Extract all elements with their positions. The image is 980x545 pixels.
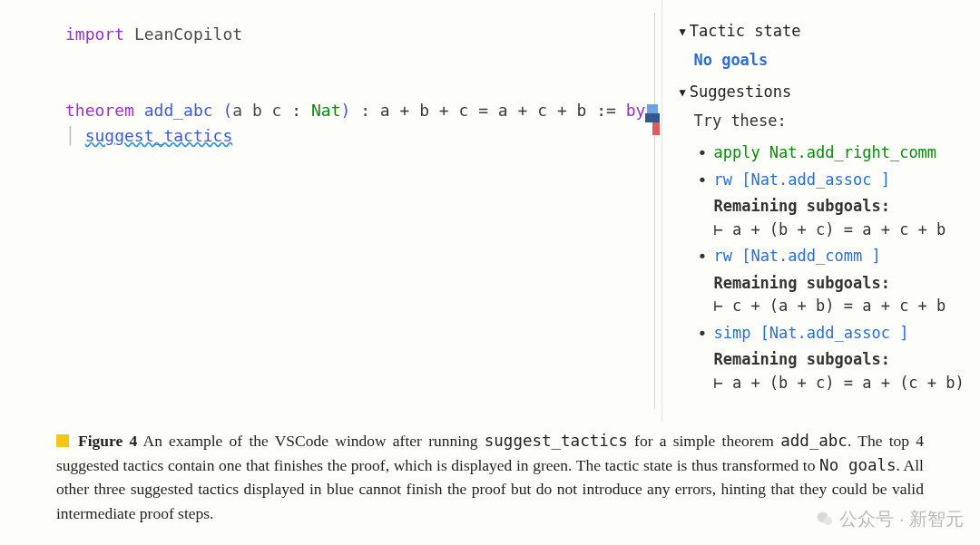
code-line-1: import LeanCopilot bbox=[65, 22, 645, 47]
keyword-theorem: theorem bbox=[65, 101, 134, 120]
param-names: a b c bbox=[232, 101, 281, 120]
caption-text: for a simple theorem bbox=[628, 432, 780, 450]
suggestions-header[interactable]: ▼ Suggestions bbox=[679, 81, 965, 104]
keyword-by: by bbox=[626, 101, 646, 120]
blank-line bbox=[65, 47, 645, 73]
tactic-state-header[interactable]: ▼ Tactic state bbox=[679, 20, 965, 44]
blank-line bbox=[65, 73, 645, 98]
colon: : bbox=[281, 101, 311, 120]
suggestion-item[interactable]: rw [Nat.add_comm ] bbox=[697, 245, 965, 268]
remaining-subgoals-label: Remaining subgoals: bbox=[713, 348, 965, 372]
remaining-subgoals-label: Remaining subgoals: bbox=[713, 195, 965, 219]
gutter-strip bbox=[654, 13, 655, 409]
tactic-args: [Nat.add_comm ] bbox=[732, 247, 881, 265]
tactic-args: Nat.add_right_comm bbox=[760, 143, 936, 161]
remaining-subgoals-label: Remaining subgoals: bbox=[713, 272, 965, 296]
tactic-keyword: rw bbox=[713, 170, 731, 189]
gutter-mark-error[interactable] bbox=[652, 122, 660, 135]
code-editor[interactable]: import LeanCopilot theorem add_abc (a b … bbox=[0, 0, 662, 422]
caption-code: suggest_tactics bbox=[485, 432, 628, 450]
caption-code: No goals bbox=[819, 456, 897, 474]
suggestions-list: rw [Nat.add_comm ] bbox=[697, 245, 965, 268]
caption-code: add_abc bbox=[780, 432, 848, 450]
svg-point-1 bbox=[824, 517, 832, 525]
code-line-2: theorem add_abc (a b c : Nat) : a + b + … bbox=[65, 98, 645, 123]
gutter-mark-cursor[interactable] bbox=[645, 113, 660, 122]
type-name: Nat bbox=[311, 101, 341, 120]
tactic-keyword: apply bbox=[713, 143, 760, 161]
tactic-args: [Nat.add_assoc ] bbox=[750, 324, 908, 342]
suggestions-list: apply Nat.add_right_comm rw [Nat.add_ass… bbox=[697, 141, 965, 191]
gutter-marks bbox=[643, 104, 662, 135]
suggestion-item[interactable]: rw [Nat.add_assoc ] bbox=[697, 169, 965, 192]
subgoal-text: ⊢ c + (a + b) = a + c + b bbox=[713, 295, 965, 318]
tactic-args: [Nat.add_assoc ] bbox=[732, 170, 890, 189]
subgoal-text: ⊢ a + (b + c) = a + c + b bbox=[713, 219, 965, 242]
chevron-down-icon: ▼ bbox=[679, 24, 685, 40]
code-line-3: │ suggest_tactics bbox=[65, 123, 645, 149]
chevron-down-icon: ▼ bbox=[679, 84, 685, 101]
gutter-mark-info[interactable] bbox=[647, 104, 658, 113]
keyword-import: import bbox=[65, 24, 124, 44]
watermark: 公众号 · 新智元 bbox=[816, 505, 964, 532]
tactic-state-title: Tactic state bbox=[690, 20, 801, 44]
editor-overview-gutter bbox=[643, 0, 662, 422]
signature: : a + b + c = a + c + b := bbox=[350, 101, 625, 120]
wechat-icon bbox=[816, 510, 834, 528]
try-these-label: Try these: bbox=[693, 110, 965, 133]
suggestions-list: simp [Nat.add_assoc ] bbox=[697, 322, 965, 345]
caption-text: An example of the VSCode window after ru… bbox=[137, 432, 485, 450]
tactic-keyword: rw bbox=[713, 247, 731, 265]
indent-guide: │ bbox=[65, 126, 85, 145]
subgoal-text: ⊢ a + (b + c) = a + (c + b) bbox=[713, 372, 965, 395]
app-root: import LeanCopilot theorem add_abc (a b … bbox=[0, 0, 980, 545]
watermark-text: 公众号 · 新智元 bbox=[839, 505, 964, 532]
suggest-tactics-call[interactable]: suggest_tactics bbox=[85, 126, 233, 145]
suggestions-title: Suggestions bbox=[690, 81, 792, 104]
theorem-name: add_abc bbox=[144, 101, 213, 120]
module-name: LeanCopilot bbox=[134, 24, 242, 44]
figure-caption: Figure 4 An example of the VSCode window… bbox=[0, 422, 980, 538]
suggestion-item[interactable]: simp [Nat.add_assoc ] bbox=[697, 322, 965, 345]
no-goals-text: No goals bbox=[693, 49, 965, 73]
paren-open: ( bbox=[222, 101, 232, 120]
top-pane: import LeanCopilot theorem add_abc (a b … bbox=[0, 0, 980, 422]
suggestion-item[interactable]: apply Nat.add_right_comm bbox=[697, 141, 965, 165]
figure-label: Figure 4 bbox=[78, 432, 137, 450]
svg-point-0 bbox=[818, 512, 828, 523]
paren-close: ) bbox=[340, 101, 350, 120]
infoview-sidebar: ▼ Tactic state No goals ▼ Suggestions Tr… bbox=[662, 0, 980, 422]
tactic-keyword: simp bbox=[713, 324, 750, 342]
figure-marker-icon bbox=[56, 434, 69, 447]
